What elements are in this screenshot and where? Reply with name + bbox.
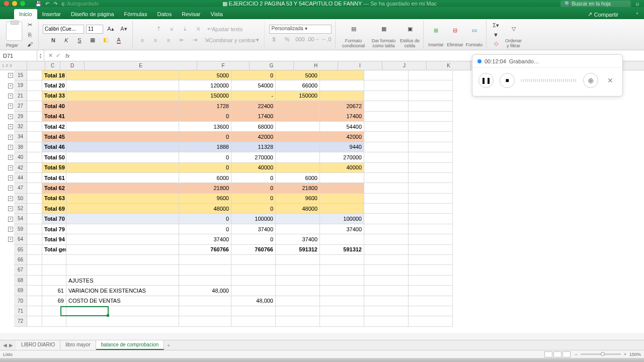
menu-tab-revisar[interactable]: Revisar [177,9,205,19]
zoom-level[interactable]: 150% [629,352,641,357]
cell[interactable] [27,265,42,275]
cell[interactable] [66,204,179,214]
cell[interactable] [320,173,364,183]
format-painter-icon[interactable]: 🖌 [24,40,35,48]
conditional-format-icon[interactable]: ▤ [345,21,362,37]
align-right-icon[interactable]: ≡ [163,35,174,46]
menu-tab-inicio[interactable]: Inicio [14,9,37,19]
decrease-font-icon[interactable]: A▾ [118,24,129,35]
cell[interactable]: 270000 [231,152,276,162]
cell[interactable] [276,142,320,152]
cell[interactable] [364,286,409,296]
thousands-icon[interactable]: 000 [295,34,306,45]
row-header[interactable]: 59 [14,224,27,234]
cell[interactable] [364,101,409,111]
cell[interactable] [320,316,364,326]
save-icon[interactable]: 💾 [35,1,41,7]
cell[interactable] [364,80,409,90]
cell[interactable] [66,101,179,111]
cell[interactable] [364,265,409,275]
cell[interactable]: 6000 [276,173,320,183]
cell[interactable]: 48000 [179,204,231,214]
cell[interactable] [409,265,453,275]
cell[interactable]: Total 45 [42,132,66,142]
outline-expand-icon[interactable]: + [8,165,13,170]
row-header[interactable]: 15 [14,70,27,80]
cell[interactable]: 1888 [179,142,231,152]
cell[interactable]: 0 [231,183,276,193]
cell[interactable]: 42000 [320,132,364,142]
cell[interactable] [42,255,66,265]
outline-expand-icon[interactable]: + [8,175,13,180]
cell[interactable] [276,152,320,162]
cell[interactable] [364,194,409,204]
cell[interactable] [364,214,409,224]
close-recording-panel[interactable]: ✕ [604,76,616,84]
cell[interactable] [409,214,453,224]
fill-color-icon[interactable]: ◧ [100,35,111,46]
row-header[interactable]: 32 [14,122,27,132]
cell[interactable] [27,101,42,111]
cell[interactable]: 0 [179,152,231,162]
border-icon[interactable]: ▦ [87,35,98,46]
cell[interactable]: Total 62 [42,183,66,193]
cell[interactable]: 270000 [320,152,364,162]
cell[interactable] [364,255,409,265]
cell[interactable] [320,204,364,214]
cell[interactable] [179,296,231,306]
cell[interactable] [320,91,364,101]
cell[interactable] [27,163,42,173]
outline-expand-icon[interactable]: + [8,83,13,88]
cell[interactable] [409,183,453,193]
col-header-I[interactable]: I [338,61,382,70]
currency-icon[interactable]: $ [269,34,280,45]
menu-tab-vista[interactable]: Vista [206,9,228,19]
cell[interactable] [66,255,179,265]
row-header[interactable]: 66 [14,255,27,265]
cell[interactable] [27,122,42,132]
cell[interactable]: 0 [179,224,231,234]
align-bottom-icon[interactable]: ⇣ [179,24,190,35]
row-header[interactable]: 34 [14,132,27,142]
namebox-dropdown-icon[interactable]: ▲▼ [37,50,44,61]
zoom-in-icon[interactable]: + [624,352,626,357]
percent-icon[interactable]: % [282,34,293,45]
cell[interactable]: 40000 [320,163,364,173]
cell[interactable] [276,101,320,111]
cell[interactable] [364,183,409,193]
cell[interactable]: 37400 [179,234,231,244]
cell[interactable] [66,183,179,193]
cell[interactable] [409,276,453,286]
cell[interactable] [409,70,453,80]
cell[interactable] [66,112,179,122]
cell[interactable] [409,152,453,162]
cell[interactable]: 42000 [231,132,276,142]
row-header[interactable]: 47 [14,183,27,193]
cell[interactable]: 54400 [320,122,364,132]
fx-icon[interactable]: fx [65,53,70,59]
cell[interactable] [409,234,453,244]
cell[interactable] [27,70,42,80]
autosave-toggle[interactable]: ◐ Autoguardado [61,1,99,7]
cell[interactable] [276,132,320,142]
cell[interactable] [27,255,42,265]
cell[interactable]: Total 61 [42,173,66,183]
cell[interactable]: 0 [179,112,231,122]
cell[interactable] [66,132,179,142]
row-header[interactable]: 50 [14,194,27,204]
cell[interactable] [42,276,66,286]
cell[interactable] [409,173,453,183]
cell[interactable]: 68000 [231,122,276,132]
cell[interactable] [276,296,320,306]
cell[interactable] [27,276,42,286]
cell[interactable] [409,306,453,316]
cell[interactable]: 100000 [231,214,276,224]
row-header[interactable]: 42 [14,163,27,173]
cell[interactable]: 1728 [179,101,231,111]
menu-tab-fórmulas[interactable]: Fórmulas [119,9,152,19]
cell[interactable] [364,316,409,326]
cell[interactable] [409,296,453,306]
cell[interactable] [364,204,409,214]
add-sheet-button[interactable]: ＋ [164,342,173,349]
cell[interactable]: 120000 [179,80,231,90]
